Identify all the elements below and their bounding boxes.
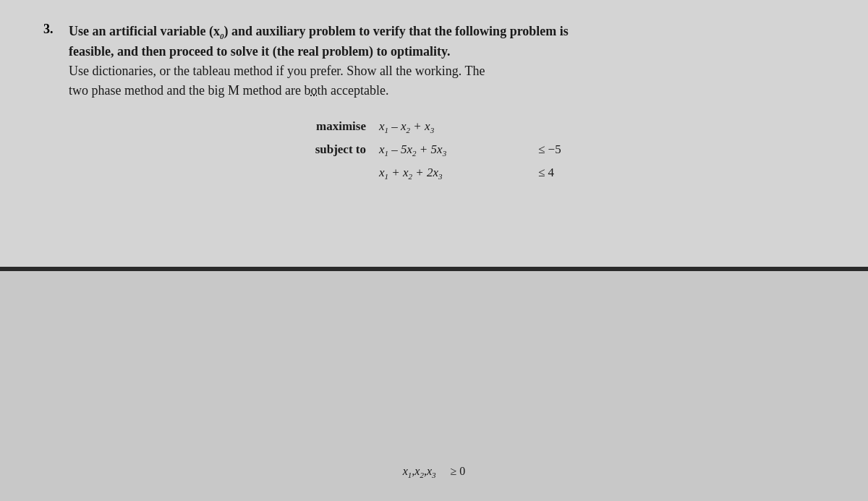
constraint1-ineq: ≤ −5 bbox=[538, 142, 596, 157]
subject-to-label: subject to bbox=[272, 142, 366, 157]
constraint2-row: x1 + x2 + 2x3 ≤ 4 bbox=[272, 166, 596, 186]
question-text-block: Use an artificial variable (x0) and auxi… bbox=[69, 22, 825, 100]
maximise-row: maximise x1 – x2 + x3 bbox=[272, 119, 596, 140]
question-number: 3. bbox=[43, 22, 61, 100]
constraint1-expr: x1 – 5x2 + 5x3 bbox=[379, 142, 524, 158]
constraint2-ineq: ≤ 4 bbox=[538, 166, 596, 180]
question-header: 3. Use an artificial variable (x0) and a… bbox=[43, 22, 825, 100]
subject-to-row: subject to x1 – 5x2 + 5x3 ≤ −5 bbox=[272, 142, 596, 163]
constraint2-expr: x1 + x2 + 2x3 bbox=[379, 166, 524, 181]
content-area: 3. Use an artificial variable (x0) and a… bbox=[0, 0, 868, 267]
nonnegativity-expr: x1,x2,x3 bbox=[403, 465, 436, 479]
nonnegativity-ineq: ≥ 0 bbox=[451, 465, 466, 478]
maximise-expr: x1 – x2 + x3 bbox=[379, 119, 524, 134]
lower-area: x1,x2,x3 ≥ 0 bbox=[0, 271, 868, 502]
question-block: 3. Use an artificial variable (x0) and a… bbox=[43, 22, 825, 186]
question-line-2: feasible, and then proceed to solve it (… bbox=[69, 42, 825, 61]
bottom-math: x1,x2,x3 ≥ 0 bbox=[403, 465, 466, 479]
math-block: maximise x1 – x2 + x3 subject to x1 – 5x… bbox=[43, 119, 825, 186]
question-line-4: two phase method and the big M method ar… bbox=[69, 81, 825, 100]
question-line-1: Use an artificial variable (x0) and auxi… bbox=[69, 22, 825, 42]
page-container: 3. Use an artificial variable (x0) and a… bbox=[0, 0, 868, 501]
maximise-label: maximise bbox=[272, 119, 366, 134]
question-line-3: Use dictionaries, or the tableau method … bbox=[69, 61, 825, 81]
